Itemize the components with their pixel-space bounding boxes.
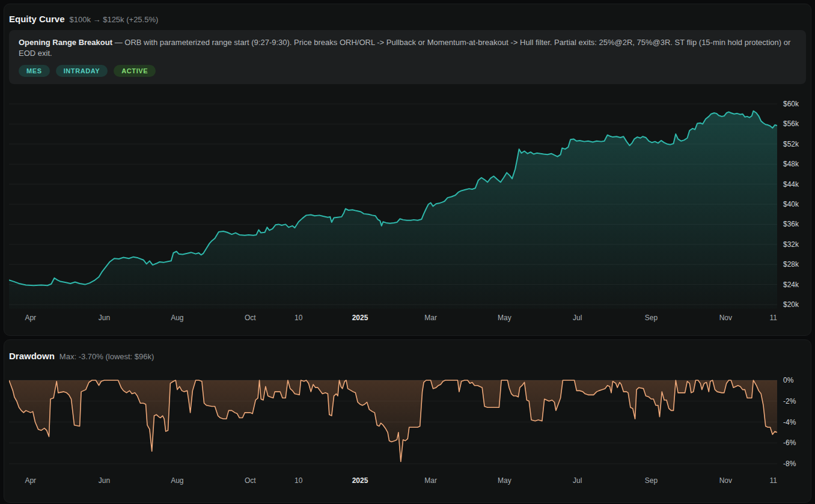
drawdown-svg [9,375,777,472]
y-tick-label: $48k [783,160,799,168]
x-tick-label: Apr [25,476,36,485]
x-tick-label: Oct [245,314,256,322]
badge-mes: MES [19,65,50,77]
x-tick-label: Nov [719,314,732,322]
x-tick-label: Jun [99,314,110,322]
y-tick-label: $52k [783,140,799,148]
x-tick-label: Jun [99,476,110,485]
x-tick-label: 10 [295,314,302,322]
drawdown-panel-header: Drawdown Max: -3.70% (lowest: $96k) [4,340,811,361]
strategy-badges: MESINTRADAYACTIVE [19,65,796,77]
y-tick-label: $24k [783,281,799,289]
drawdown-title: Drawdown [9,351,55,361]
x-tick-label: Aug [171,314,183,322]
badge-intraday: INTRADAY [56,65,108,77]
strategy-summary-bar: Opening Range Breakout — ORB with parame… [9,30,806,84]
y-tick-label: $28k [783,260,799,269]
page-title: Equity Curve [9,14,65,24]
x-tick-label: May [498,314,511,322]
equity-panel: Equity Curve $100k → $125k (+25.5%) Open… [4,4,811,336]
x-tick-label: Mar [424,314,437,322]
y-tick-label: $20k [783,300,799,309]
strategy-description: Opening Range Breakout — ORB with parame… [19,37,796,59]
x-tick-label: Jul [573,476,582,485]
x-tick-label: Sep [645,476,658,485]
equity-plot-area[interactable] [9,96,777,309]
x-tick-label: 10 [295,476,302,485]
badge-active: ACTIVE [114,65,156,77]
drawdown-x-axis: AprJunAugOct102025MarMayJulSepNov11 [9,474,777,490]
y-tick-label: $40k [783,200,799,208]
drawdown-subtitle: Max: -3.70% (lowest: $96k) [60,352,154,361]
y-tick-label: -8% [783,460,796,468]
x-tick-label: 11 [769,476,777,485]
drawdown-chart: 0%-2%-4%-6%-8% AprJunAugOct102025MarMayJ… [4,375,811,490]
x-tick-label: Nov [719,476,732,485]
equity-panel-header: Equity Curve $100k → $125k (+25.5%) [4,4,811,24]
x-tick-label: Mar [424,476,437,485]
drawdown-plot-area[interactable] [9,375,777,472]
strategy-name: Opening Range Breakout [19,38,112,47]
x-tick-label: Jul [573,314,582,322]
equity-x-axis: AprJunAugOct102025MarMayJulSepNov11 [9,311,777,327]
strategy-description-text: — ORB with parameterized range start (9:… [19,38,790,58]
y-tick-label: $36k [783,220,799,228]
equity-svg [9,96,777,309]
y-tick-label: -6% [783,439,796,447]
y-tick-label: -4% [783,418,796,427]
x-tick-label: Sep [645,314,658,322]
drawdown-y-axis: 0%-2%-4%-6%-8% [777,375,811,472]
x-tick-label: Aug [171,476,183,485]
y-tick-label: $56k [783,120,799,128]
x-tick-label: Oct [245,476,256,485]
x-tick-label: Apr [25,314,36,322]
y-tick-label: $32k [783,240,799,249]
y-tick-label: 0% [783,376,793,384]
y-tick-label: -2% [783,397,796,405]
equity-subtitle: $100k → $125k (+25.5%) [70,15,159,24]
y-tick-label: $60k [783,100,799,108]
equity-y-axis: $60k$56k$52k$48k$44k$40k$36k$32k$28k$24k… [777,96,811,309]
x-tick-label: May [498,476,511,485]
y-tick-label: $44k [783,180,799,189]
x-tick-label: 11 [769,314,777,322]
x-tick-label: 2025 [352,314,368,322]
drawdown-panel: Drawdown Max: -3.70% (lowest: $96k) 0%-2… [4,339,811,503]
x-tick-label: 2025 [352,476,368,485]
equity-chart: $60k$56k$52k$48k$44k$40k$36k$32k$28k$24k… [4,96,811,327]
